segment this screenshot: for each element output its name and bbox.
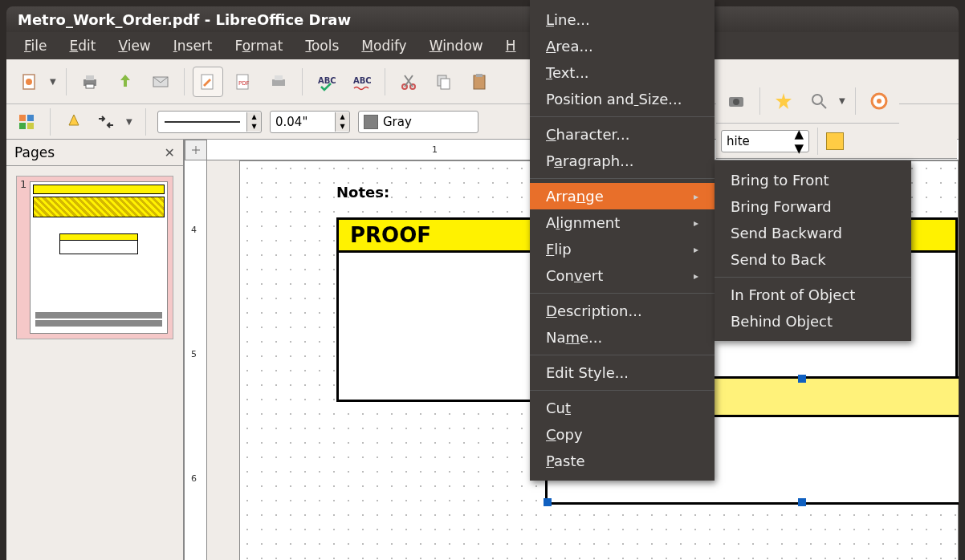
line-style-select[interactable]: ▲▼ [157, 111, 262, 133]
window-titlebar: Metro_Work_Order.pdf - LibreOffice Draw [6, 6, 959, 32]
arrows-icon[interactable] [94, 110, 118, 134]
svg-text:ABC: ABC [318, 76, 336, 85]
dropdown-arrow-icon[interactable]: ▼ [839, 96, 847, 105]
svg-rect-18 [476, 74, 482, 77]
svg-rect-22 [27, 123, 34, 129]
context-menu-item[interactable]: Cut [530, 395, 715, 421]
context-menu-item[interactable]: Position and Size... [530, 86, 715, 112]
svg-rect-19 [19, 115, 26, 121]
page-thumbnail[interactable]: 1 [16, 176, 173, 339]
menu-edit[interactable]: Edit [58, 34, 107, 57]
svg-rect-3 [86, 75, 94, 80]
vertical-ruler[interactable]: 4 5 6 [185, 160, 207, 560]
camera-icon[interactable] [721, 86, 751, 116]
context-menu-item[interactable]: Paste [530, 448, 715, 474]
edit-icon[interactable] [193, 67, 223, 97]
format-toolbar-right-fragment: hite ▲▼ [716, 124, 957, 159]
svg-text:PDF: PDF [238, 80, 250, 87]
pages-panel: Pages ✕ 1 [6, 140, 185, 560]
context-menu-item[interactable]: Arrange▸ [530, 183, 715, 209]
context-menu-item[interactable]: Area... [530, 33, 715, 59]
window-title: Metro_Work_Order.pdf - LibreOffice Draw [18, 11, 351, 28]
ruler-corner[interactable] [185, 140, 207, 160]
menu-view[interactable]: View [107, 34, 161, 57]
star-icon[interactable] [768, 86, 799, 116]
page-number: 1 [20, 178, 26, 190]
svg-point-25 [812, 95, 822, 104]
svg-text:ABC: ABC [353, 76, 371, 85]
submenu-item[interactable]: Bring Forward [715, 193, 911, 220]
svg-rect-20 [27, 115, 34, 121]
context-menu-item[interactable]: Character... [530, 121, 715, 148]
menubar: File Edit View Insert Format Tools Modif… [6, 32, 959, 59]
svg-rect-10 [275, 75, 283, 80]
color-swatch-icon[interactable] [826, 132, 844, 150]
context-menu-item[interactable]: Paragraph... [530, 148, 715, 174]
help-icon[interactable] [864, 86, 894, 116]
svg-rect-4 [86, 84, 94, 88]
cut-icon[interactable] [393, 67, 424, 97]
svg-rect-16 [441, 79, 450, 89]
arrange-submenu: Bring to FrontBring ForwardSend Backward… [715, 160, 911, 341]
dropdown-arrow-icon[interactable]: ▼ [50, 77, 58, 86]
svg-point-24 [733, 99, 739, 105]
paste-icon[interactable] [464, 67, 495, 97]
pages-panel-title: Pages [14, 144, 55, 160]
fill-color-label: hite [727, 134, 750, 148]
print-preview-icon[interactable] [263, 67, 294, 97]
menu-modify[interactable]: Modify [350, 34, 417, 57]
menu-file[interactable]: File [13, 34, 58, 57]
svg-rect-17 [474, 75, 485, 89]
context-menu: Line...Area...Text...Position and Size..… [530, 0, 715, 481]
line-end-icon[interactable] [62, 110, 86, 134]
line-color-select[interactable]: Gray [358, 111, 478, 133]
context-menu-item[interactable]: Description... [530, 298, 715, 324]
print-icon[interactable] [75, 67, 105, 97]
export-pdf-icon[interactable]: PDF [228, 67, 259, 97]
svg-point-1 [26, 79, 32, 85]
dropdown-arrow-icon[interactable]: ▼ [126, 117, 134, 126]
svg-rect-9 [272, 79, 285, 86]
notes-label: Notes: [336, 184, 389, 201]
line-width-input[interactable] [271, 112, 335, 132]
context-menu-item[interactable]: Edit Style... [530, 359, 715, 386]
menu-format[interactable]: Format [224, 34, 295, 57]
context-menu-item[interactable]: Line... [530, 6, 715, 33]
submenu-item[interactable]: Bring to Front [715, 167, 911, 193]
copy-icon[interactable] [429, 67, 459, 97]
zoom-icon[interactable] [804, 86, 834, 116]
close-icon[interactable]: ✕ [165, 145, 175, 160]
autospell-icon[interactable]: ABC [346, 67, 377, 97]
svg-point-27 [877, 99, 882, 103]
context-menu-item[interactable]: Alignment▸ [530, 209, 715, 236]
mail-icon[interactable] [145, 67, 176, 97]
toolbar-right-fragment: ▼ [716, 79, 899, 124]
submenu-item[interactable]: Behind Object [715, 308, 911, 335]
context-menu-item[interactable]: Convert▸ [530, 262, 715, 289]
spellcheck-icon[interactable]: ABC [311, 67, 341, 97]
menu-insert[interactable]: Insert [162, 34, 224, 57]
context-menu-item[interactable]: Flip▸ [530, 236, 715, 262]
context-menu-item[interactable]: Text... [530, 59, 715, 86]
submenu-item[interactable]: Send to Back [715, 246, 911, 273]
context-menu-item[interactable]: Copy [530, 421, 715, 448]
arrow-tool-icon[interactable] [14, 110, 39, 134]
line-width-spinner[interactable]: ▲▼ [270, 111, 350, 133]
svg-rect-21 [19, 123, 26, 129]
menu-help[interactable]: H [495, 34, 527, 57]
menu-tools[interactable]: Tools [294, 34, 350, 57]
save-icon[interactable] [110, 67, 140, 97]
submenu-item[interactable]: In Front of Object [715, 282, 911, 308]
fill-color-select[interactable]: hite ▲▼ [721, 130, 809, 152]
line-color-label: Gray [383, 115, 412, 129]
menu-window[interactable]: Window [418, 34, 495, 57]
new-document-icon[interactable] [14, 67, 45, 97]
context-menu-item[interactable]: Name... [530, 324, 715, 351]
submenu-item[interactable]: Send Backward [715, 220, 911, 246]
